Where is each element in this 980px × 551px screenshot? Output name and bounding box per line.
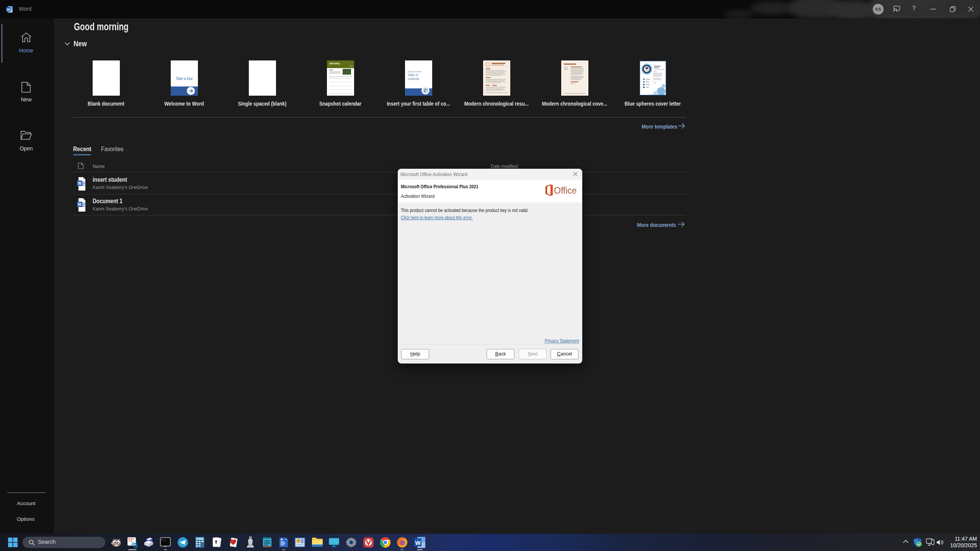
svg-text:W: W <box>78 181 82 186</box>
svg-text:C:\_: C:\_ <box>162 539 167 541</box>
svg-text:W: W <box>78 202 82 207</box>
svg-text:W: W <box>7 8 10 11</box>
svg-text:W: W <box>415 540 421 546</box>
